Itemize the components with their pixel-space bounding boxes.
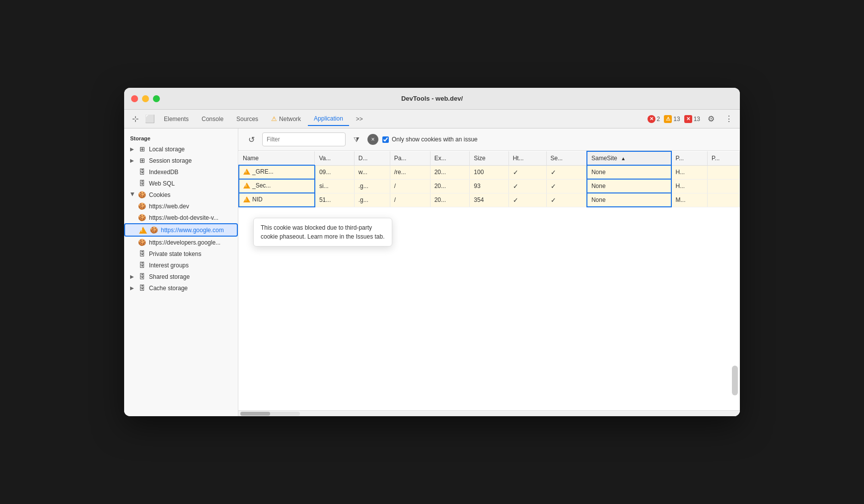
titlebar: DevTools - web.dev/: [124, 88, 740, 110]
close-button[interactable]: [131, 95, 138, 102]
cell-httponly: ✓: [508, 193, 546, 207]
cookie-icon: 🍪: [138, 202, 146, 210]
window-title: DevTools - web.dev/: [401, 95, 463, 102]
funnel-icon: ⧩: [354, 135, 360, 144]
col-priority[interactable]: P...: [671, 151, 708, 165]
cell-expires: 20...: [430, 165, 470, 179]
cell-warn: ! NID: [239, 193, 315, 207]
cell-domain: w...: [354, 165, 390, 179]
maximize-button[interactable]: [153, 95, 160, 102]
db-icon: 🗄: [138, 261, 146, 269]
cell-httponly: ✓: [508, 179, 546, 193]
sidebar-item-web-sql[interactable]: ▶ 🗄 Web SQL: [124, 178, 238, 189]
filter-clear-button[interactable]: ×: [367, 134, 378, 145]
sort-arrow-icon: ▲: [621, 156, 626, 161]
devtools-tab-bar: ⊹ ⬜ Elements Console Sources ⚠ Network A…: [124, 110, 740, 128]
sidebar-item-shared-storage[interactable]: ▶ 🗄 Shared storage: [124, 271, 238, 282]
cookies-table-container: Name Va... D... Pa... Ex... Size Ht... S…: [238, 151, 740, 410]
col-size[interactable]: Size: [470, 151, 508, 165]
cell-priority: H...: [671, 179, 708, 193]
horizontal-scrollbar[interactable]: [238, 410, 740, 416]
warning-badge[interactable]: ⚠ 13: [664, 115, 680, 123]
cell-samesite: None: [587, 193, 671, 207]
issues-only-checkbox[interactable]: [382, 136, 389, 143]
cursor-icon[interactable]: ⊹: [128, 112, 142, 126]
cell-secure: ✓: [546, 165, 587, 179]
col-samesite[interactable]: SameSite ▲: [587, 151, 671, 165]
cell-partitioned: [707, 193, 739, 207]
cell-samesite: None: [587, 179, 671, 193]
col-domain[interactable]: D...: [354, 151, 390, 165]
col-secure[interactable]: Se...: [546, 151, 587, 165]
arrow-open-icon: ▶: [130, 192, 136, 197]
error-icon: ✕: [648, 115, 655, 123]
refresh-button[interactable]: ↺: [244, 132, 258, 146]
table-row[interactable]: ! NID 51... .g... / 20... 354 ✓ ✓: [239, 193, 740, 207]
issues-only-checkbox-label[interactable]: Only show cookies with an issue: [382, 136, 478, 143]
col-path[interactable]: Pa...: [390, 151, 430, 165]
cell-samesite: None: [587, 165, 671, 179]
col-httponly[interactable]: Ht...: [508, 151, 546, 165]
table-row[interactable]: ! _GRE... 09... w... /re... 20... 100 ✓: [239, 165, 740, 179]
cell-partitioned: [707, 179, 739, 193]
sidebar-item-interest-groups[interactable]: ▶ 🗄 Interest groups: [124, 259, 238, 271]
filter-input[interactable]: [262, 132, 346, 146]
sidebar-item-cookie-google[interactable]: 🍪 https://www.google.com: [124, 223, 238, 237]
filter-funnel-button[interactable]: ⧩: [350, 132, 363, 146]
sidebar-item-cookie-devgoogle[interactable]: 🍪 https://developers.google...: [124, 237, 238, 248]
device-icon[interactable]: ⬜: [143, 112, 157, 126]
tab-sources[interactable]: Sources: [230, 112, 264, 126]
cell-path: /: [390, 193, 430, 207]
sidebar-item-cookie-webdotdevsite[interactable]: 🍪 https://web-dot-devsite-v...: [124, 212, 238, 223]
storage-icon: ⊞: [138, 157, 146, 164]
cookie-icon: 🍪: [150, 226, 158, 234]
cookie-icon: 🍪: [138, 191, 146, 198]
arrow-icon: ▶: [130, 146, 135, 152]
warn-triangle-icon: !: [243, 183, 250, 189]
scrollbar-track: [240, 412, 300, 416]
cookie-icon: 🍪: [138, 239, 146, 246]
tab-elements[interactable]: Elements: [158, 112, 195, 126]
db-icon: 🗄: [138, 284, 146, 292]
warning-icon: ⚠: [664, 115, 672, 123]
sidebar-item-cookies[interactable]: ▶ 🍪 Cookies: [124, 189, 238, 200]
sidebar-item-cache-storage[interactable]: ▶ 🗄 Cache storage: [124, 282, 238, 294]
refresh-icon: ↺: [248, 135, 255, 144]
table-row[interactable]: ! _Sec... si... .g... / 20... 93 ✓: [239, 179, 740, 193]
sidebar-item-indexeddb[interactable]: ▶ 🗄 IndexedDB: [124, 166, 238, 178]
col-partitioned[interactable]: P...: [707, 151, 739, 165]
tab-console[interactable]: Console: [196, 112, 229, 126]
col-expires[interactable]: Ex...: [430, 151, 470, 165]
minimize-button[interactable]: [142, 95, 149, 102]
cell-value: 51...: [315, 193, 354, 207]
scrollbar-thumb[interactable]: [240, 412, 270, 416]
cookies-table: Name Va... D... Pa... Ex... Size Ht... S…: [238, 151, 740, 207]
col-value[interactable]: Va...: [315, 151, 354, 165]
cell-value: 09...: [315, 165, 354, 179]
table-header-row: Name Va... D... Pa... Ex... Size Ht... S…: [239, 151, 740, 165]
cell-size: 93: [470, 179, 508, 193]
sidebar-item-cookie-webdev[interactable]: 🍪 https://web.dev: [124, 200, 238, 212]
cookie-blocked-tooltip: This cookie was blocked due to third-par…: [253, 218, 392, 247]
cell-warn: ! _GRE...: [239, 165, 315, 179]
db-icon: 🗄: [138, 168, 146, 176]
error-badge[interactable]: ✕ 2: [648, 115, 660, 123]
sidebar-item-local-storage[interactable]: ▶ ⊞ Local storage: [124, 143, 238, 155]
more-options-button[interactable]: ⋮: [722, 112, 736, 126]
cell-size: 100: [470, 165, 508, 179]
info-badge[interactable]: ✕ 13: [684, 115, 700, 123]
sidebar-item-session-storage[interactable]: ▶ ⊞ Session storage: [124, 155, 238, 166]
tab-application[interactable]: Application: [308, 112, 349, 126]
col-name[interactable]: Name: [239, 151, 315, 165]
tab-network[interactable]: ⚠ Network: [265, 112, 307, 126]
cell-expires: 20...: [430, 179, 470, 193]
settings-button[interactable]: ⚙: [704, 112, 718, 126]
clear-icon: ×: [371, 136, 374, 143]
traffic-lights: [131, 95, 160, 102]
tab-more[interactable]: >>: [350, 112, 369, 126]
scroll-indicator[interactable]: [732, 366, 738, 395]
cell-expires: 20...: [430, 193, 470, 207]
sidebar-item-private-tokens[interactable]: ▶ 🗄 Private state tokens: [124, 248, 238, 259]
storage-icon: ⊞: [138, 145, 146, 153]
warn-triangle-icon: !: [243, 169, 250, 175]
